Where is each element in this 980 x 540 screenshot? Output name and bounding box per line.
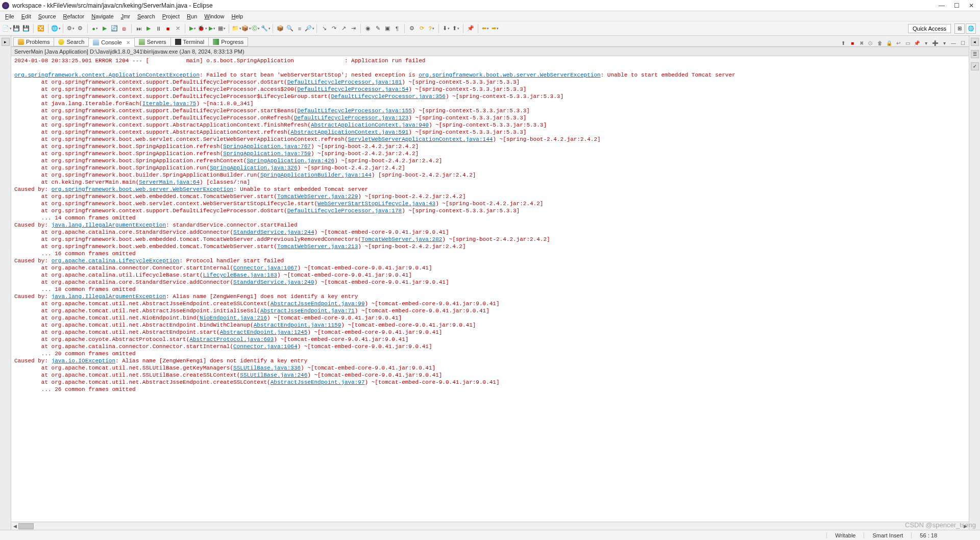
stacktrace-link[interactable]: ServerMain.java:64 [139, 179, 200, 185]
run-button[interactable]: ▶ [188, 24, 197, 33]
run-ext-button[interactable]: ▶ [207, 24, 216, 33]
menu-refactor[interactable]: Refactor [60, 12, 88, 20]
console-output[interactable]: 2024-01-08 20:33:25.901 ERROR 1204 --- [… [11, 56, 969, 522]
minimize-button[interactable]: — [939, 2, 945, 9]
clear-console-button[interactable]: 🗑 [876, 39, 884, 46]
restore-view-button[interactable]: ◂ [971, 38, 979, 46]
word-wrap-button[interactable]: ↩ [894, 39, 902, 46]
open-type-icon[interactable]: 🔍 [285, 24, 295, 33]
stacktrace-link[interactable]: org.springframework.boot.web.server.WebS… [52, 186, 233, 192]
stacktrace-link[interactable]: DefaultLifecycleProcessor.java:155 [298, 108, 412, 114]
stacktrace-link[interactable]: TomcatWebServer.java:282 [361, 236, 442, 242]
stacktrace-link[interactable]: SpringApplication.java:426 [247, 158, 334, 164]
close-button[interactable]: ✕ [969, 2, 974, 9]
open-perspective-button[interactable]: ⊞ [954, 23, 965, 34]
stacktrace-link[interactable]: org.apache.catalina.LifecycleException [52, 258, 180, 264]
stacktrace-link[interactable]: DefaultLifecycleProcessor.java:54 [298, 86, 409, 92]
stacktrace-link[interactable]: SSLUtilBase.java:336 [233, 365, 301, 371]
task-list-view-button[interactable]: ✓ [971, 62, 979, 70]
stacktrace-link[interactable]: AbstractApplicationContext.java:940 [311, 122, 429, 128]
stacktrace-link[interactable]: DefaultLifecycleProcessor.java:356 [331, 93, 446, 100]
remove-all-button[interactable]: ⛒ [867, 39, 875, 46]
skip-icon[interactable]: ⏭ [134, 24, 143, 33]
stacktrace-link[interactable]: SpringApplication.java:767 [223, 143, 311, 150]
scroll-lock-button[interactable]: 🔒 [885, 39, 893, 46]
new-package-icon[interactable]: 📦 [241, 24, 251, 33]
stacktrace-link[interactable]: SpringApplication.java:326 [210, 165, 298, 171]
display-selected-button[interactable]: ▾ [922, 39, 930, 46]
run-last-button[interactable]: ▶ [100, 24, 109, 33]
open-console-button[interactable]: ➕ [931, 39, 939, 46]
stacktrace-link[interactable]: SpringApplication.java:759 [223, 151, 311, 157]
tab-servers[interactable]: Servers [134, 37, 171, 46]
tool-dropdown[interactable]: 🔧 [261, 24, 270, 33]
prev-annotation-icon[interactable]: ⬆ [451, 24, 460, 33]
up-icon[interactable]: ⬆ [839, 39, 847, 46]
menu-edit[interactable]: Edit [18, 12, 34, 20]
stacktrace-link[interactable]: Connector.java:1064 [233, 343, 297, 350]
stacktrace-link[interactable]: org.springframework.context.ApplicationC… [14, 72, 200, 78]
menu-run[interactable]: Run [184, 12, 200, 20]
menu-help[interactable]: Help [228, 12, 246, 20]
stacktrace-link[interactable]: org.springframework.boot.web.server.WebS… [419, 72, 600, 78]
sync-button[interactable]: 🔄 [110, 24, 119, 33]
stacktrace-link[interactable]: java.lang.IllegalArgumentException [52, 222, 166, 228]
save-button[interactable]: 💾 [12, 24, 21, 33]
tab-problems[interactable]: Problems [13, 37, 54, 46]
switch-icon[interactable]: 🔀 [36, 24, 45, 33]
horizontal-scrollbar[interactable]: ◀ ▶ [11, 522, 969, 530]
stacktrace-link[interactable]: SpringApplicationBuilder.java:144 [260, 172, 372, 178]
toggle-block-icon[interactable]: ▣ [383, 24, 392, 33]
show-whitespace-icon[interactable]: ¶ [393, 24, 402, 33]
minimize-view-button[interactable]: — [949, 39, 958, 46]
open-type-icon[interactable]: 📦 [276, 24, 285, 33]
debug-button[interactable]: ● [90, 24, 100, 33]
maximize-button[interactable]: ☐ [954, 2, 960, 9]
help-icon[interactable]: ? [427, 24, 436, 33]
menu-window[interactable]: Window [201, 12, 227, 20]
tab-search[interactable]: Search [54, 37, 89, 46]
stacktrace-link[interactable]: WebServerStartStopLifecycle.java:43 [317, 201, 435, 207]
search-dropdown[interactable]: 🔎 [305, 24, 314, 33]
gear-icon[interactable]: ⚙ [407, 24, 416, 33]
step-icon[interactable]: ⇥ [349, 24, 358, 33]
new-class-icon[interactable]: Ⓒ [251, 24, 260, 33]
close-tab-button[interactable]: ✕ [126, 40, 130, 45]
new-button[interactable]: 📄 [2, 24, 11, 33]
back-button[interactable]: ⬅ [481, 24, 490, 33]
stacktrace-link[interactable]: ServletWebServerApplicationContext.java:… [348, 136, 493, 142]
stacktrace-link[interactable]: AbstractEndpoint.java:1159 [254, 322, 341, 328]
step-over-icon[interactable]: ↷ [329, 24, 338, 33]
resume-icon[interactable]: ▶ [144, 24, 153, 33]
toggle-mark-icon[interactable]: ✎ [373, 24, 382, 33]
stacktrace-link[interactable]: AbstractJsseEndpoint.java:99 [271, 301, 365, 307]
next-annotation-icon[interactable]: ⬇ [442, 24, 451, 33]
stacktrace-link[interactable]: Connector.java:1067 [233, 265, 297, 271]
stop-button[interactable]: ■ [163, 24, 173, 33]
menu-file[interactable]: File [2, 12, 17, 20]
scroll-left-arrow[interactable]: ◀ [11, 522, 18, 530]
menu-navigate[interactable]: Navigate [88, 12, 116, 20]
disconnect-icon[interactable]: ⤫ [173, 24, 182, 33]
stacktrace-link[interactable]: DefaultLifecycleProcessor.java:181 [287, 79, 402, 85]
coverage-button[interactable]: ▦ [217, 24, 226, 33]
java-ee-perspective-button[interactable]: 🌐 [966, 23, 976, 34]
stacktrace-link[interactable]: StandardService.java:240 [233, 279, 314, 285]
stacktrace-link[interactable]: AbstractProtocol.java:603 [189, 336, 274, 342]
menu-search[interactable]: Search [134, 12, 158, 20]
toggle-icon[interactable]: ≡ [295, 24, 304, 33]
stacktrace-link[interactable]: java.lang.IllegalArgumentException [52, 293, 166, 300]
maximize-view-button[interactable]: ☐ [959, 39, 967, 46]
menu-project[interactable]: Project [159, 12, 183, 20]
pin-icon[interactable]: 📌 [466, 24, 475, 33]
menu-jmr[interactable]: Jmr [118, 12, 133, 20]
tab-terminal[interactable]: Terminal [170, 37, 209, 46]
forward-button[interactable]: ➡ [491, 24, 500, 33]
scrollbar-thumb[interactable] [18, 523, 34, 529]
restore-view-button[interactable]: ▸ [2, 38, 10, 46]
menu-source[interactable]: Source [35, 12, 59, 20]
toggle-breakpoint-icon[interactable]: ◉ [363, 24, 373, 33]
tool-icon[interactable]: ⚙ [66, 24, 75, 33]
stacktrace-link[interactable]: NioEndpoint.java:216 [200, 315, 267, 321]
new-project-icon[interactable]: 📁 [232, 24, 241, 33]
